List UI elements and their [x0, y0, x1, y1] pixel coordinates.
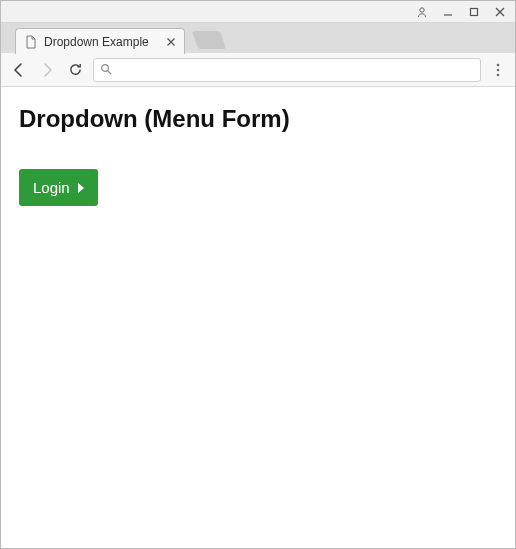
svg-point-0 [420, 7, 424, 11]
minimize-button[interactable] [439, 5, 457, 19]
svg-line-8 [108, 70, 111, 73]
svg-point-10 [497, 68, 500, 71]
caret-right-icon [78, 183, 84, 193]
address-input[interactable] [118, 63, 474, 77]
window-titlebar [1, 1, 515, 23]
browser-menu-button[interactable] [489, 60, 507, 80]
svg-point-9 [497, 63, 500, 66]
login-dropdown-button[interactable]: Login [19, 169, 98, 206]
window-close-button[interactable] [491, 5, 509, 19]
page-content: Dropdown (Menu Form) Login [1, 87, 515, 548]
maximize-button[interactable] [465, 5, 483, 19]
svg-rect-2 [471, 8, 478, 15]
svg-point-11 [497, 73, 500, 76]
address-bar[interactable] [93, 58, 481, 82]
file-icon [24, 35, 38, 49]
browser-window: Dropdown Example Dropdown (Menu Form) [0, 0, 516, 549]
page-heading: Dropdown (Menu Form) [19, 105, 497, 133]
search-icon [100, 61, 112, 79]
forward-button[interactable] [37, 60, 57, 80]
back-button[interactable] [9, 60, 29, 80]
login-button-label: Login [33, 179, 70, 196]
svg-point-7 [102, 64, 109, 71]
profile-icon[interactable] [413, 5, 431, 19]
new-tab-button[interactable] [192, 31, 227, 49]
tab-strip: Dropdown Example [1, 23, 515, 53]
tab-title: Dropdown Example [44, 35, 152, 49]
browser-toolbar [1, 53, 515, 87]
reload-button[interactable] [65, 60, 85, 80]
browser-tab[interactable]: Dropdown Example [15, 28, 185, 54]
tab-close-button[interactable] [166, 37, 176, 47]
